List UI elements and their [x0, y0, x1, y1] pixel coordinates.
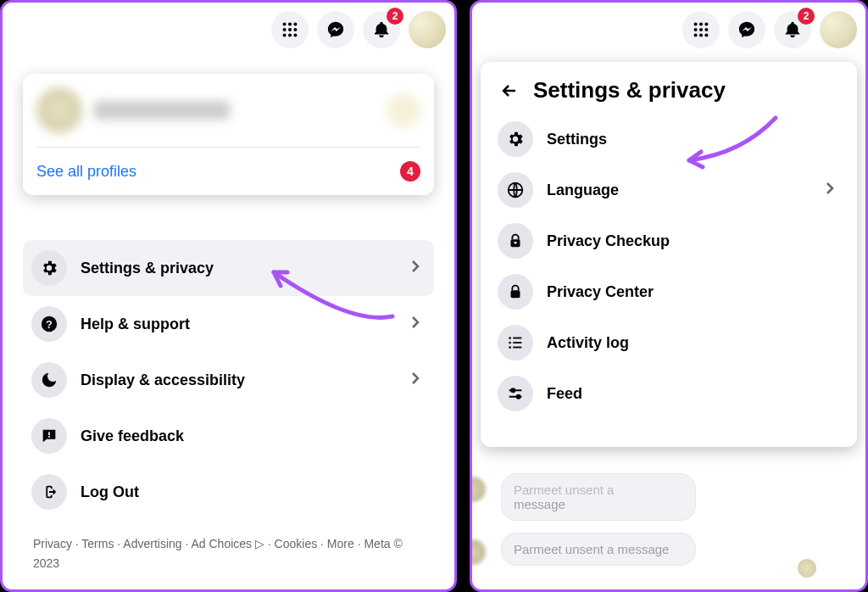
header-icons: 2	[271, 11, 446, 48]
svg-point-32	[517, 395, 520, 399]
bubble-text: message	[514, 497, 565, 511]
chevron-right-icon	[405, 368, 426, 393]
svg-point-25	[509, 337, 511, 339]
sp-activity-log[interactable]: Activity log	[492, 317, 845, 368]
svg-point-3	[283, 28, 287, 31]
list-icon	[498, 325, 533, 360]
back-button[interactable]	[498, 79, 521, 103]
messenger-icon[interactable]	[317, 11, 354, 48]
lock-heart-icon	[498, 223, 533, 259]
header-icons: 2	[682, 11, 857, 48]
svg-rect-24	[511, 290, 520, 298]
sp-item-label: Privacy Center	[547, 283, 654, 301]
screenshot-left: 2 See all profiles 4 Settings & privacy …	[0, 0, 457, 592]
menu-grid-icon[interactable]	[682, 11, 720, 48]
sp-feed[interactable]: Feed	[492, 368, 845, 419]
svg-point-27	[509, 342, 511, 344]
secondary-avatar	[387, 93, 420, 127]
svg-rect-26	[513, 338, 521, 339]
menu-item-label: Give feedback	[81, 427, 184, 445]
seen-avatar	[798, 559, 816, 578]
sliders-icon	[498, 376, 533, 411]
footer-links[interactable]: Privacy · Terms · Advertising · Ad Choic…	[33, 534, 424, 572]
profile-name-blurred	[94, 101, 230, 120]
notifications-icon[interactable]: 2	[363, 11, 400, 48]
account-menu: Settings & privacy ? Help & support Disp…	[23, 240, 434, 520]
svg-point-6	[283, 33, 287, 36]
svg-point-1	[288, 23, 292, 26]
svg-point-15	[704, 23, 708, 26]
menu-give-feedback[interactable]: Give feedback	[23, 408, 434, 464]
menu-log-out[interactable]: Log Out	[23, 464, 434, 520]
svg-point-21	[704, 33, 708, 36]
sp-privacy-checkup[interactable]: Privacy Checkup	[492, 215, 845, 266]
logout-icon	[31, 474, 67, 510]
profile-avatar-icon[interactable]	[409, 11, 446, 48]
chat-avatar	[470, 539, 486, 565]
screenshot-right: 2 Parmeet unsent amessage Parmeet unsent…	[470, 0, 868, 592]
svg-point-2	[293, 23, 297, 26]
see-all-profiles-row[interactable]: See all profiles 4	[36, 161, 420, 182]
menu-settings-privacy[interactable]: Settings & privacy	[23, 240, 434, 296]
profile-switcher[interactable]	[36, 87, 420, 133]
svg-point-29	[509, 346, 511, 349]
notification-badge: 2	[387, 8, 403, 25]
svg-point-4	[288, 28, 292, 31]
menu-help-support[interactable]: ? Help & support	[23, 296, 434, 352]
chevron-right-icon	[405, 256, 426, 281]
avatar	[36, 87, 82, 133]
help-icon: ?	[31, 306, 67, 342]
svg-rect-11	[48, 432, 50, 435]
chevron-right-icon	[405, 312, 426, 337]
settings-privacy-panel: Settings & privacy Settings Language Pri…	[481, 62, 857, 447]
svg-rect-28	[513, 342, 521, 343]
sp-item-label: Privacy Checkup	[547, 232, 670, 250]
svg-point-19	[694, 33, 698, 36]
unsent-message-bubble: Parmeet unsent a message	[501, 533, 696, 566]
menu-item-label: Settings & privacy	[81, 260, 214, 277]
profile-card: See all profiles 4	[23, 74, 434, 195]
menu-item-label: Help & support	[81, 316, 190, 333]
notifications-icon[interactable]: 2	[774, 11, 811, 48]
svg-point-8	[293, 33, 297, 36]
chevron-right-icon	[820, 178, 840, 203]
gear-icon	[31, 250, 67, 286]
svg-point-5	[293, 28, 297, 31]
svg-point-17	[699, 28, 703, 31]
sp-settings[interactable]: Settings	[492, 114, 845, 165]
notification-badge: 2	[798, 8, 815, 25]
svg-rect-12	[48, 436, 50, 438]
profile-avatar-icon[interactable]	[820, 11, 857, 48]
lock-icon	[498, 274, 533, 310]
globe-icon	[498, 172, 533, 208]
svg-point-18	[704, 28, 708, 31]
sp-privacy-center[interactable]: Privacy Center	[492, 266, 845, 317]
panel-title: Settings & privacy	[533, 77, 726, 103]
sp-item-label: Activity log	[547, 334, 629, 352]
svg-point-20	[699, 33, 703, 36]
sp-language[interactable]: Language	[492, 165, 845, 215]
menu-item-label: Log Out	[81, 483, 139, 501]
svg-point-16	[694, 28, 698, 31]
gear-icon	[498, 121, 533, 157]
svg-text:?: ?	[46, 318, 53, 331]
svg-point-31	[511, 388, 515, 392]
svg-point-0	[283, 23, 287, 26]
feedback-icon	[31, 418, 67, 454]
unsent-message-bubble: Parmeet unsent amessage	[501, 473, 696, 521]
menu-item-label: Display & accessibility	[81, 371, 245, 389]
messenger-icon[interactable]	[728, 11, 765, 48]
sp-item-label: Language	[547, 182, 619, 199]
panel-header: Settings & privacy	[498, 77, 845, 103]
svg-point-13	[694, 23, 698, 26]
svg-rect-30	[513, 347, 521, 349]
chat-avatar	[470, 477, 486, 502]
chat-background: Parmeet unsent amessage Parmeet unsent a…	[484, 473, 821, 578]
svg-point-14	[699, 23, 703, 26]
see-all-profiles-link[interactable]: See all profiles	[36, 163, 136, 181]
menu-display-accessibility[interactable]: Display & accessibility	[23, 352, 434, 408]
sp-item-label: Feed	[547, 385, 582, 403]
divider	[36, 147, 420, 148]
profiles-count-badge: 4	[400, 161, 420, 182]
menu-grid-icon[interactable]	[271, 11, 309, 48]
